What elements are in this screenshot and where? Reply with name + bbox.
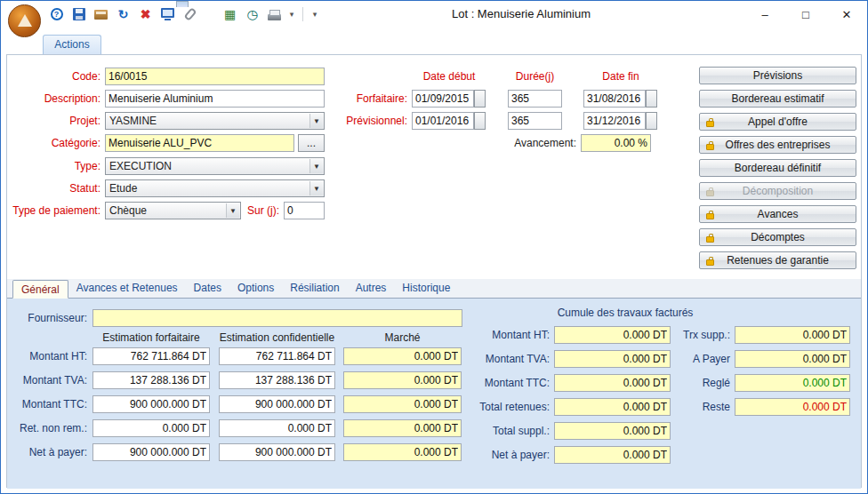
statut-select[interactable]: Etude ▼: [105, 179, 325, 197]
button-label: Prévisions: [753, 69, 802, 82]
row-label: Montant TTC:: [7, 395, 87, 413]
title-bar: ? ↻ ✖ ▦ ◷ ▾ ▾ Lot : Menuiserie Aluminium…: [1, 1, 867, 28]
forfaitaire-duration-input[interactable]: [508, 90, 562, 108]
window-controls: – □ ✕: [744, 1, 867, 28]
net-a-payer-forfaitaire[interactable]: [92, 443, 210, 461]
description-input[interactable]: [105, 90, 325, 108]
ret-non-rem-forfaitaire[interactable]: [92, 419, 210, 437]
cumule-row-label: Total suppl.:: [456, 422, 550, 440]
totals-row-label: Reste: [672, 398, 730, 416]
offres-entreprises-button[interactable]: Offres des entreprises: [699, 136, 856, 154]
tab-dates[interactable]: Dates: [186, 279, 229, 298]
montant-ttc-confidentielle[interactable]: [219, 395, 335, 413]
cumule-net-a-payer[interactable]: [554, 446, 671, 464]
col-estimation-confidentielle: Estimation confidentielle: [219, 331, 335, 345]
tab-historique[interactable]: Historique: [394, 279, 458, 298]
bordereau-definitif-button[interactable]: Bordereau définitif: [699, 159, 856, 177]
decomptes-button[interactable]: Décomptes: [699, 228, 856, 246]
refresh-button[interactable]: ↻: [114, 5, 133, 24]
sur-input[interactable]: [284, 202, 325, 219]
cumule-montant-ttc[interactable]: [554, 374, 671, 392]
attachment-button[interactable]: [181, 5, 199, 24]
table-button[interactable]: ▦: [221, 5, 239, 24]
categorie-input[interactable]: [105, 134, 294, 152]
reste-field[interactable]: [735, 398, 850, 416]
forfaitaire-start-picker-button[interactable]: [474, 90, 486, 108]
cumule-row-label: Montant TTC:: [456, 374, 550, 392]
montant-tva-forfaitaire[interactable]: [92, 371, 210, 389]
montant-ht-confidentielle[interactable]: [219, 347, 335, 365]
cumule-montant-tva[interactable]: [554, 350, 671, 368]
net-a-payer-confidentielle[interactable]: [219, 443, 335, 461]
button-label: Appel d'offre: [748, 116, 808, 128]
trx-supp-field[interactable]: [735, 326, 850, 344]
previsions-button[interactable]: Prévisions: [699, 67, 856, 84]
close-button[interactable]: ✕: [826, 1, 867, 28]
maximize-button[interactable]: □: [785, 1, 826, 28]
previsionnel-duration-input[interactable]: [508, 112, 562, 130]
tab-general[interactable]: Général: [12, 280, 68, 299]
statut-label: Statut:: [12, 179, 100, 197]
previsionnel-end-input[interactable]: [583, 112, 646, 130]
montant-tva-marche[interactable]: [343, 371, 462, 389]
help-button[interactable]: ?: [47, 5, 66, 24]
cumule-row-label: Montant TVA:: [456, 350, 550, 368]
ret-non-rem-confidentielle[interactable]: [219, 419, 335, 437]
chevron-down-icon: ▾: [290, 11, 294, 19]
categorie-browse-button[interactable]: ...: [298, 134, 325, 152]
bordereau-estimatif-button[interactable]: Bordereau estimatif: [699, 90, 856, 108]
paiement-select[interactable]: Chèque ▼: [105, 202, 241, 219]
previsionnel-start-picker-button[interactable]: [474, 112, 486, 130]
print-button[interactable]: [265, 5, 284, 24]
regle-field[interactable]: [735, 374, 850, 392]
save-button[interactable]: [69, 5, 88, 24]
cumule-total-suppl[interactable]: [554, 422, 671, 440]
previsionnel-start-input[interactable]: [412, 112, 474, 130]
projet-select[interactable]: YASMINE ▼: [105, 112, 325, 130]
printer-icon: [268, 14, 281, 20]
tab-options[interactable]: Options: [229, 279, 282, 298]
paiement-label: Type de paiement:: [12, 202, 100, 219]
lock-icon: [706, 144, 714, 150]
montant-ttc-forfaitaire[interactable]: [92, 395, 210, 413]
forfaitaire-end-input[interactable]: [583, 90, 646, 108]
appel-offre-button[interactable]: Appel d'offre: [699, 113, 856, 131]
avances-button[interactable]: Avances: [699, 205, 856, 223]
fournisseur-input[interactable]: [92, 309, 462, 327]
montant-ht-marche[interactable]: [343, 347, 462, 365]
categorie-label: Catégorie:: [12, 134, 100, 152]
cumule-montant-ht[interactable]: [554, 326, 671, 344]
paiement-value: Chèque: [109, 204, 147, 217]
montant-tva-confidentielle[interactable]: [219, 371, 335, 389]
type-select[interactable]: EXECUTION ▼: [105, 157, 325, 175]
history-button[interactable]: ◷: [243, 5, 261, 24]
delete-button[interactable]: ✖: [136, 5, 155, 24]
forfaitaire-start-input[interactable]: [412, 90, 474, 108]
minimize-button[interactable]: –: [744, 1, 785, 28]
previsionnel-end-picker-button[interactable]: [646, 112, 657, 130]
lock-icon: [706, 236, 714, 243]
ret-non-rem-marche[interactable]: [343, 419, 462, 437]
a-payer-field[interactable]: [735, 350, 850, 368]
help-icon: ?: [51, 8, 63, 20]
code-input[interactable]: [105, 68, 325, 85]
tab-autres[interactable]: Autres: [348, 279, 395, 298]
cumule-total-retenues[interactable]: [554, 398, 671, 416]
montant-ht-forfaitaire[interactable]: [92, 347, 210, 365]
monitor-button[interactable]: [158, 5, 177, 24]
net-a-payer-marche[interactable]: [343, 443, 462, 461]
archive-button[interactable]: [92, 5, 110, 24]
tab-resiliation[interactable]: Résiliation: [282, 279, 347, 298]
ribbon-tab-actions[interactable]: Actions: [43, 35, 101, 54]
forfaitaire-end-picker-button[interactable]: [646, 90, 657, 108]
tab-avances-retenues[interactable]: Avances et Retenues: [68, 279, 186, 298]
button-label: Retenues de garantie: [727, 254, 829, 267]
print-menu-button[interactable]: ▾: [287, 5, 296, 24]
col-marche: Marché: [343, 331, 462, 345]
row-label: Ret. non rem.:: [7, 419, 87, 437]
retenues-garantie-button[interactable]: Retenues de garantie: [699, 251, 856, 269]
toolbar-overflow-button[interactable]: ▾: [309, 5, 320, 24]
avancement-input[interactable]: [581, 134, 651, 152]
montant-ttc-marche[interactable]: [343, 395, 462, 413]
row-label: Net à payer:: [7, 443, 87, 461]
